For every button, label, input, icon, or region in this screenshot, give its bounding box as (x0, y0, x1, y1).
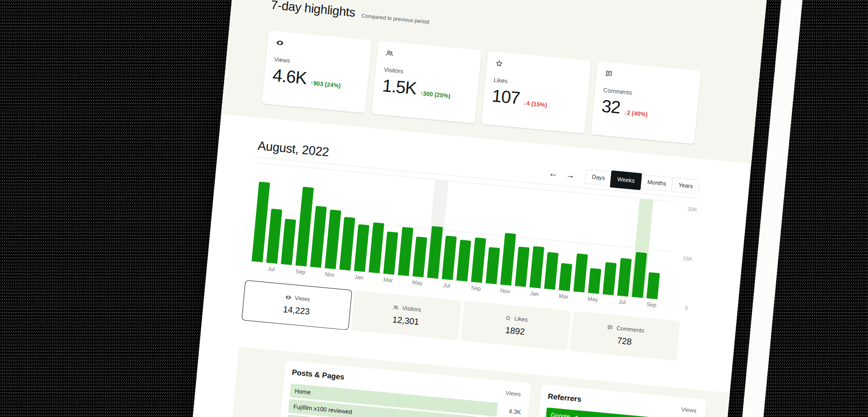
chart-x-tick (535, 288, 535, 290)
chart-x-tick (359, 271, 360, 274)
chart-x-tick (622, 296, 623, 299)
chart-x-tick (447, 280, 448, 282)
star-icon (504, 314, 511, 321)
stat-card-value: 107 (491, 87, 521, 107)
chart-x-label: Jan (524, 290, 545, 298)
chart-bar[interactable] (603, 262, 616, 295)
chart-bar[interactable] (369, 222, 384, 273)
stat-card-value-row: 4.6K↑903 (24%) (272, 66, 360, 92)
metric-tab-label: Comments (616, 325, 644, 334)
chart-bar[interactable] (617, 258, 632, 297)
chevron-up-icon (574, 415, 579, 417)
referrers-panel: Referrers Views Google6.2K (534, 384, 706, 417)
chart-x-label: Sep (290, 268, 311, 276)
chart-bar[interactable] (413, 237, 427, 277)
comment-icon (607, 324, 614, 331)
chart-bar[interactable] (339, 217, 355, 270)
chart-bar[interactable] (281, 219, 296, 265)
chart-x-tick (418, 277, 418, 279)
chart-x-label: Mar (378, 276, 398, 284)
posts-pages-panel: Posts & Pages Views Home4.3KFujifilm x10… (279, 361, 531, 417)
chart-bar[interactable] (500, 233, 516, 285)
referrers-views-column-header: Views (681, 406, 698, 414)
chart-bar[interactable] (383, 231, 398, 275)
metric-tab-value: 728 (617, 335, 633, 347)
range-tab-months[interactable]: Months (640, 175, 672, 191)
chart-bar[interactable] (573, 254, 588, 293)
chart-bar[interactable] (310, 206, 327, 268)
chart-bar[interactable] (530, 246, 544, 288)
highlights-section: 7-day highlights Compared to previous pe… (221, 0, 769, 163)
eye-icon (285, 293, 292, 300)
chart-x-tick (388, 274, 389, 276)
highlights-title: 7-day highlights (270, 0, 356, 20)
stat-card-delta: ↑300 (25%) (420, 89, 451, 101)
stat-card-value-row: 107↓4 (15%) (491, 87, 580, 113)
stat-card-views: Views4.6K↑903 (24%) (262, 30, 372, 113)
stat-card-delta: ↓2 (40%) (623, 108, 648, 119)
chart-bar[interactable] (515, 247, 530, 287)
chart-x-tick (330, 269, 330, 271)
chart-bar[interactable] (559, 263, 572, 291)
chart-bar[interactable] (486, 247, 500, 284)
visitors-icon (392, 304, 399, 310)
metric-tab-head: Likes (504, 314, 528, 323)
metric-tab-head: Views (285, 293, 310, 302)
stat-card-value: 1.5K (381, 77, 417, 97)
metric-tab-head: Comments (607, 324, 644, 334)
metric-tab-value: 12,301 (392, 315, 420, 327)
posts-pages-title: Posts & Pages (291, 368, 345, 382)
chart-bar[interactable] (646, 272, 660, 299)
chart-x-label: Sep (465, 284, 486, 293)
range-tab-days[interactable]: Days (585, 169, 611, 185)
chart-y-label: 15K (672, 254, 693, 262)
stat-card-likes: Likes107↓4 (15%) (481, 51, 591, 134)
post-label: Fujifilm x100 reviewed (293, 403, 352, 415)
metric-tab-label: Visitors (402, 304, 421, 313)
metric-tab-value: 14,223 (283, 304, 310, 316)
chart-x-tick (564, 291, 565, 293)
metric-tab-label: Views (295, 294, 310, 302)
metric-tab-head: Visitors (392, 304, 421, 313)
chart-x-label: May (582, 295, 603, 303)
chart-bar[interactable] (442, 236, 457, 280)
comment-icon (605, 69, 614, 79)
post-value: 4.3K (497, 406, 521, 416)
chart-bar[interactable] (456, 240, 471, 282)
metric-tab-comments[interactable]: Comments728 (570, 311, 680, 361)
referrers-title: Referrers (548, 392, 582, 404)
chart-x-label: Sep (641, 300, 662, 309)
chart-bar[interactable] (544, 252, 558, 290)
chart-x-tick (652, 299, 652, 301)
metric-tab-likes[interactable]: Likes1892 (460, 300, 571, 350)
metric-tab-label: Likes (514, 315, 528, 323)
referrer-label: Google (550, 411, 570, 417)
stat-card-value: 32 (601, 97, 621, 117)
metric-tab-visitors[interactable]: Visitors12,301 (351, 290, 461, 340)
visitors-icon (385, 49, 394, 58)
stat-card-visitors: Visitors1.5K↑300 (25%) (371, 40, 482, 123)
prev-period-button[interactable]: ← (549, 169, 558, 178)
chart-x-label: Nov (495, 287, 515, 295)
chart-bar[interactable] (398, 227, 414, 276)
highlight-cards: Views4.6K↑903 (24%)Visitors1.5K↑300 (25%… (262, 30, 704, 144)
range-tab-weeks[interactable]: Weeks (610, 170, 642, 190)
chart-bar[interactable] (588, 268, 601, 293)
period-nav: ← → (549, 169, 575, 180)
eye-icon (275, 39, 285, 48)
stat-card-delta: ↑903 (24%) (310, 79, 341, 90)
stat-card-value: 4.6K (272, 66, 307, 87)
chart-x-label: Jul (612, 298, 633, 306)
post-label: Home (295, 387, 311, 395)
range-tab-years[interactable]: Years (672, 178, 700, 193)
chart-x-tick (505, 285, 506, 287)
dashboard-page: 7-day highlights Compared to previous pe… (178, 0, 769, 417)
next-period-button[interactable]: → (566, 170, 575, 180)
highlights-subtitle: Compared to previous period (361, 13, 430, 25)
chart-bar[interactable] (266, 208, 282, 264)
chart-bar[interactable] (354, 224, 369, 272)
chart-bar[interactable] (471, 237, 486, 283)
metric-tab-views[interactable]: Views14,223 (241, 280, 352, 330)
star-icon (495, 59, 504, 68)
chart-x-label: Jul (437, 282, 457, 290)
